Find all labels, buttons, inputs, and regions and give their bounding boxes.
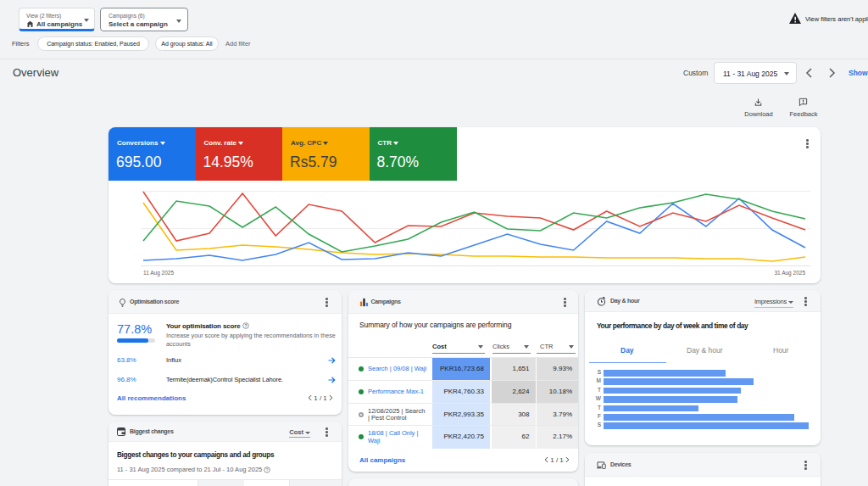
svg-text:31 Aug 2025: 31 Aug 2025 xyxy=(774,270,805,277)
svg-text:?: ? xyxy=(266,467,269,472)
svg-text:?: ? xyxy=(244,324,247,328)
svg-text:11 Aug 2025: 11 Aug 2025 xyxy=(143,270,174,277)
